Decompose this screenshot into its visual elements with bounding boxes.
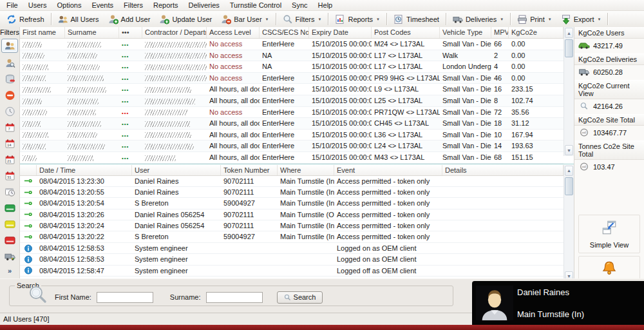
timesheet-button[interactable]: Timesheet	[389, 12, 444, 26]
user-table-row[interactable]: ••• All hours, all doors EnterHere 15/10…	[20, 84, 564, 95]
filter-calendar-14-button[interactable]: 14	[3, 138, 16, 150]
cscs-no-cell: EnterHere	[260, 107, 309, 118]
menu-item-events[interactable]: Events	[86, 1, 118, 10]
user-table-row[interactable]: ••• .. No access NA 15/10/2015 00:00:00 …	[20, 61, 564, 73]
filter-deliveries-button[interactable]	[3, 251, 16, 262]
filter-red-card-button[interactable]	[3, 235, 16, 246]
access-key-icon	[24, 188, 33, 197]
user-table-row[interactable]: ••• No access EnterHere 15/10/2015 00:00…	[20, 107, 564, 119]
filter-find-user-button[interactable]	[3, 57, 16, 69]
col-vehicle-type[interactable]: Vehicle Type	[440, 27, 491, 38]
filter-green-card-button[interactable]	[3, 202, 16, 214]
filter-calendar-7-button[interactable]: 7	[3, 122, 16, 133]
col-expiry-date[interactable]: Expiry Date	[309, 27, 372, 38]
menu-item-help[interactable]: Help	[313, 1, 338, 10]
menu-item-users[interactable]: Users	[23, 1, 52, 10]
scroll-up-icon[interactable]	[565, 166, 573, 176]
user-table-row[interactable]: ••• All hours, all doors EnterHere 15/10…	[20, 118, 564, 130]
simple-view-button[interactable]: Simple View	[578, 215, 640, 253]
filter-all-users-button[interactable]	[1, 39, 18, 53]
expand-filters-button[interactable]: »	[0, 264, 19, 278]
col-user[interactable]: User	[132, 165, 221, 175]
event-table-row[interactable]: 08/04/2015 13:20:24 Daniel Raines 056254…	[20, 220, 564, 231]
user-table-row[interactable]: ••• All hours, all doors EnterHere 15/10…	[20, 130, 564, 141]
event-cell: Logged on as OEM client	[334, 243, 442, 253]
user-table-row[interactable]: ••• .. No access EnterHere 15/10/2015 00…	[20, 39, 564, 50]
filter-calendar-31-button[interactable]: 31	[3, 170, 16, 182]
menu-item-filters[interactable]: Filters	[118, 1, 148, 10]
expiry-date-cell: 15/10/2015 00:00:00	[309, 61, 372, 72]
surname-input[interactable]	[206, 292, 263, 303]
access-key-icon	[24, 233, 33, 241]
menu-item-turnstile-control[interactable]: Turnstile Control	[225, 1, 287, 10]
col-date-time[interactable]: Date / Time	[37, 165, 132, 175]
filter-barred-users-button[interactable]	[3, 90, 16, 101]
filter-calendar-time-button[interactable]	[3, 186, 16, 198]
add-user-button[interactable]: Add User	[104, 12, 155, 26]
filters-button[interactable]: Filters▼	[278, 12, 327, 26]
event-table-row[interactable]: 08/04/2015 13:20:54 S Brereton 59004927 …	[20, 198, 564, 209]
events-table-scrollbar[interactable]	[564, 165, 574, 282]
col-event[interactable]: Event	[334, 165, 442, 175]
all-users-button[interactable]: All Users	[53, 12, 104, 26]
col-cscs-no[interactable]: CSCS/ECS No.	[260, 27, 309, 38]
menu-item-reports[interactable]: Reports	[148, 1, 184, 10]
bar-user-button[interactable]: Bar User▼	[216, 12, 273, 26]
filter-time-button[interactable]	[3, 106, 16, 117]
magnifier-icon	[578, 102, 590, 110]
filter-calendar-21-button[interactable]: 21	[3, 154, 16, 166]
menu-item-options[interactable]: Options	[52, 1, 86, 10]
update-user-button[interactable]: Update User	[155, 12, 216, 26]
details-cell	[442, 243, 564, 253]
reports-button[interactable]: Reports▼	[330, 12, 384, 26]
col-kgco2e[interactable]: KgCo2e	[509, 27, 564, 38]
dropdown-arrow-icon: ▼	[317, 17, 321, 21]
refresh-button[interactable]: Refresh	[2, 12, 49, 26]
event-table-row[interactable]: 08/04/2015 13:20:26 Daniel Raines 056254…	[20, 209, 564, 220]
col-where[interactable]: Where	[278, 165, 334, 175]
event-table-row[interactable]: 08/04/2015 13:20:22 S Brereton 59004927 …	[20, 231, 564, 242]
col-contractor[interactable]: Contractor / Department	[142, 27, 207, 38]
post-codes-cell: PR9 9HG <> L173AL	[372, 73, 440, 84]
svg-text:co2: co2	[582, 131, 587, 134]
event-table-row[interactable]: 08/04/2015 13:23:30 Daniel Raines 907021…	[20, 176, 564, 187]
scrollbar-thumb[interactable]	[565, 177, 573, 195]
event-table-row[interactable]: 08/04/2015 12:58:53 System engineer Logg…	[20, 243, 564, 254]
users-table-scrollbar[interactable]	[564, 27, 574, 156]
print-button[interactable]: Print▼	[513, 12, 556, 26]
col-first-name[interactable]: First name	[20, 27, 65, 38]
col-mpv[interactable]: MPV	[491, 27, 509, 38]
search-button[interactable]: Search	[277, 291, 323, 304]
event-table-row[interactable]: 08/04/2015 12:58:53 System engineer Logg…	[20, 254, 564, 265]
col-access-level[interactable]: Access Level	[207, 27, 260, 38]
export-button[interactable]: Export▼	[556, 12, 606, 26]
scroll-down-icon[interactable]	[565, 145, 573, 155]
col-post-codes[interactable]: Post Codes	[372, 27, 440, 38]
user-table-row[interactable]: ••• All hours, all doors EnterHere 15/10…	[20, 141, 564, 152]
filter-user-database-button[interactable]	[3, 73, 16, 85]
stat-header-tonnes-co2e-site-total: Tonnes Co2e Site Total	[574, 141, 644, 160]
access-level-cell: All hours, all doors	[207, 84, 260, 95]
menu-item-deliveries[interactable]: Deliveries	[184, 1, 225, 10]
scroll-up-icon[interactable]	[565, 28, 573, 38]
event-table-row[interactable]: 08/04/2015 13:20:55 Daniel Raines 907021…	[20, 187, 564, 198]
col-status-dots[interactable]: •••	[119, 27, 142, 38]
access-level-cell: No access	[207, 107, 260, 118]
menu-item-sync[interactable]: Sync	[287, 1, 312, 10]
all-users-icon	[58, 14, 68, 24]
user-table-row[interactable]: ••• All hours, all doors EnterHere 15/10…	[20, 152, 564, 164]
col-details[interactable]: Details	[442, 165, 564, 175]
user-table-row[interactable]: ••• .. No access EnterHere 15/10/2015 00…	[20, 73, 564, 84]
event-table-row[interactable]: 08/04/2015 12:58:47 System engineer Logg…	[20, 266, 564, 277]
filter-yellow-card-button[interactable]	[3, 218, 16, 230]
deliveries-button[interactable]: Deliveries▼	[448, 12, 508, 26]
expiry-date-cell: 15/10/2015 00:00:00	[309, 130, 372, 141]
expand-icon: »	[8, 267, 12, 275]
menu-item-file[interactable]: File	[1, 1, 23, 10]
user-table-row[interactable]: ••• All hours, all doors EnterHere 15/10…	[20, 95, 564, 107]
first-name-input[interactable]	[97, 292, 153, 303]
scrollbar-thumb[interactable]	[565, 39, 573, 57]
col-surname[interactable]: Surname	[65, 27, 119, 38]
col-token-number[interactable]: Token Number	[221, 165, 278, 175]
user-table-row[interactable]: ••• .. No access NA 15/10/2015 00:00:00 …	[20, 50, 564, 62]
